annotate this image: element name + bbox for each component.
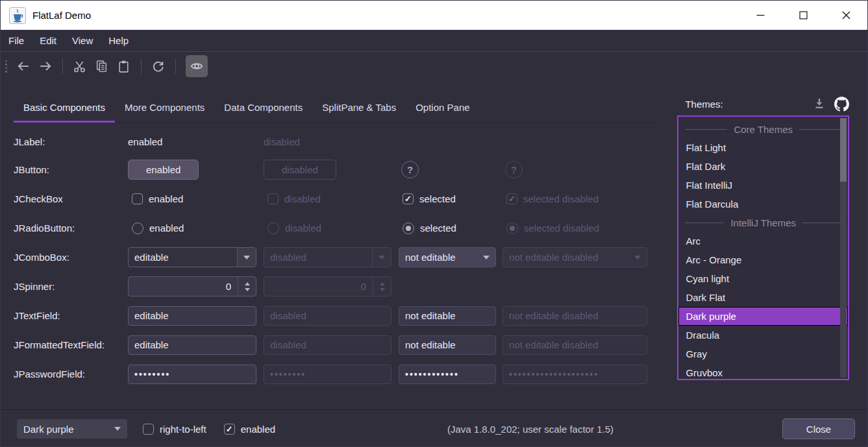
label-disabled: disabled — [264, 136, 300, 147]
theme-item-dracula[interactable]: Dracula — [678, 326, 848, 344]
checkbox-box-checked — [403, 193, 414, 204]
forward-icon — [38, 59, 53, 73]
theme-item-cyan-light[interactable]: Cyan light — [678, 269, 848, 288]
eye-icon — [190, 59, 204, 73]
theme-item-arc-orange[interactable]: Arc - Orange — [678, 250, 848, 269]
textfield-not-editable-disabled: not editable disabled — [502, 306, 647, 326]
checkbox-box — [132, 193, 143, 204]
theme-item-gruvbox[interactable]: Gruvbox — [678, 363, 848, 382]
row-jformattedtextfield: JFormattedTextField: editable disabled n… — [14, 330, 668, 359]
chevron-down-icon — [372, 248, 391, 267]
tab-option-pane[interactable]: Option Pane — [406, 92, 479, 122]
chevron-down-icon[interactable] — [237, 248, 256, 267]
close-button[interactable]: Close — [782, 418, 855, 439]
chevron-down-icon[interactable] — [477, 248, 495, 267]
paste-icon — [117, 60, 130, 73]
textfield-disabled: disabled — [264, 306, 391, 326]
github-icon[interactable] — [834, 97, 849, 112]
tab-basic-components[interactable]: Basic Components — [14, 92, 115, 122]
radio-circle-selected — [403, 223, 414, 234]
theme-item-flat-darcula[interactable]: Flat Darcula — [678, 195, 848, 213]
theme-item-flat-dark[interactable]: Flat Dark — [678, 157, 848, 176]
scrollbar-thumb[interactable] — [840, 118, 847, 182]
forward-button[interactable] — [36, 56, 55, 76]
textfield-not-editable[interactable]: not editable — [399, 306, 496, 326]
theme-item-arc[interactable]: Arc — [678, 232, 848, 250]
checkbox-enabled[interactable]: enabled — [132, 193, 183, 204]
formatted-textfield-disabled: disabled — [264, 335, 391, 355]
checkbox-selected[interactable]: selected — [403, 193, 456, 204]
passwordfield-not-editable[interactable]: •••••••••••• — [399, 365, 496, 384]
enabled-button[interactable]: enabled — [128, 160, 199, 180]
toolbar-separator — [175, 58, 176, 74]
back-button[interactable] — [14, 56, 33, 76]
combobox-editable[interactable]: editable — [128, 247, 256, 267]
checkbox-box-checked — [506, 193, 517, 204]
close-window-button[interactable] — [825, 1, 867, 30]
radio-selected-disabled: selected disabled — [506, 223, 599, 234]
row-label: JPasswordField: — [14, 368, 128, 380]
row-jcombobox: JComboBox: editable disabled not editabl… — [14, 243, 668, 272]
right-to-left-checkbox[interactable]: right-to-left — [143, 424, 206, 435]
tab-bar: Basic Components More Components Data Co… — [14, 92, 656, 123]
tab-data-components[interactable]: Data Components — [214, 92, 312, 122]
refresh-button[interactable] — [149, 56, 168, 76]
download-icon[interactable] — [813, 97, 826, 110]
radio-circle-selected — [506, 223, 518, 234]
themes-scrollbar[interactable] — [840, 118, 847, 378]
enabled-checkbox[interactable]: enabled — [224, 424, 275, 435]
menu-view[interactable]: View — [64, 30, 101, 51]
passwordfield-editable[interactable]: •••••••• — [128, 365, 256, 384]
theme-group-separator: Core Themes — [678, 120, 848, 138]
themes-panel: Themes: Core Themes Flat Light Flat Dark… — [668, 80, 867, 409]
theme-item-flat-intellij[interactable]: Flat IntelliJ — [678, 176, 848, 195]
theme-item-flat-light[interactable]: Flat Light — [678, 138, 848, 157]
checkbox-disabled: disabled — [267, 193, 321, 204]
cut-button[interactable] — [70, 56, 90, 76]
menu-file[interactable]: File — [1, 30, 32, 51]
toolbar — [1, 52, 867, 80]
themes-label: Themes: — [677, 99, 723, 110]
help-button[interactable]: ? — [401, 161, 419, 178]
radio-disabled: disabled — [267, 223, 321, 234]
theme-item-dark-flat[interactable]: Dark Flat — [678, 288, 848, 307]
laf-combobox[interactable]: Dark purple — [17, 419, 127, 439]
radio-selected[interactable]: selected — [403, 223, 456, 234]
checkbox-box — [143, 424, 154, 435]
theme-item-gray[interactable]: Gray — [678, 344, 848, 363]
cut-icon — [73, 60, 86, 73]
spinner-enabled[interactable]: 0 — [128, 276, 256, 296]
spinner-up-down-buttons[interactable] — [238, 277, 256, 296]
label-enabled: enabled — [128, 136, 162, 147]
checkbox-box-checked — [224, 424, 235, 435]
formatted-textfield-not-editable[interactable]: not editable — [399, 335, 496, 355]
menu-edit[interactable]: Edit — [32, 30, 64, 51]
disabled-button: disabled — [264, 160, 336, 180]
radio-enabled[interactable]: enabled — [132, 223, 184, 234]
combobox-not-editable[interactable]: not editable — [399, 247, 496, 267]
textfield-editable[interactable]: editable — [128, 306, 256, 326]
minimize-button[interactable] — [739, 1, 782, 30]
row-label: JCheckBox — [14, 193, 128, 204]
refresh-icon — [151, 60, 165, 73]
spinner-disabled: 0 — [264, 276, 391, 296]
show-hosts-toggle-button[interactable] — [186, 55, 208, 77]
maximize-button[interactable] — [782, 1, 825, 30]
java-app-icon — [9, 7, 26, 24]
menu-help[interactable]: Help — [101, 30, 136, 51]
row-label: JButton: — [14, 164, 128, 175]
radio-circle — [267, 223, 279, 234]
bottom-bar: Dark purple right-to-left enabled (Java … — [1, 409, 867, 447]
paste-button[interactable] — [114, 56, 134, 76]
theme-item-dark-purple[interactable]: Dark purple — [678, 307, 848, 326]
toolbar-separator — [62, 58, 63, 74]
row-jpasswordfield: JPasswordField: •••••••• •••••••• ••••••… — [14, 359, 668, 389]
help-button-disabled: ? — [505, 161, 523, 178]
tab-more-components[interactable]: More Components — [115, 92, 214, 122]
copy-button[interactable] — [92, 56, 112, 76]
row-jlabel: JLabel: enabled disabled — [14, 128, 668, 155]
tab-splitpane-tabs[interactable]: SplitPane & Tabs — [312, 92, 406, 122]
spinner-up-down-buttons — [373, 277, 391, 296]
formatted-textfield-editable[interactable]: editable — [128, 335, 256, 355]
toolbar-grip[interactable] — [5, 60, 7, 73]
